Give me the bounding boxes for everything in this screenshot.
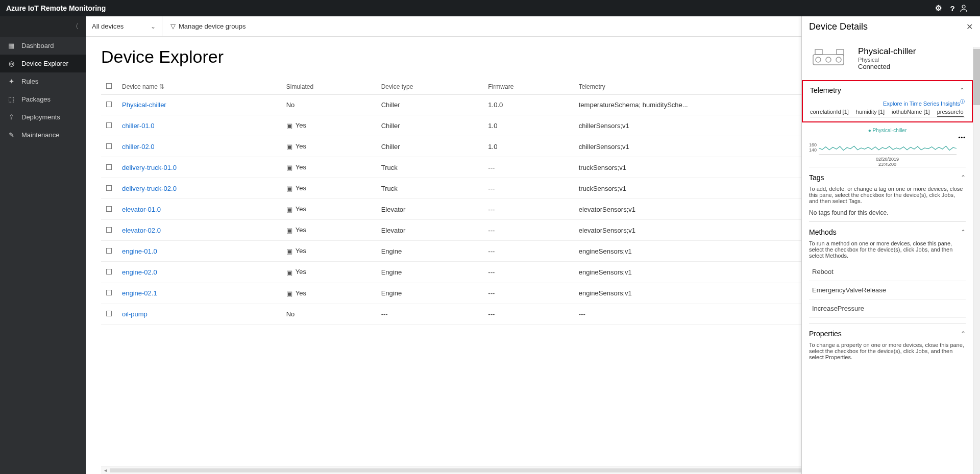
chip-icon: ▣: [286, 164, 292, 171]
simulated-value: Yes: [296, 247, 306, 255]
simulated-value: Yes: [296, 142, 306, 150]
row-checkbox[interactable]: [106, 102, 112, 107]
simulated-value: No: [286, 101, 295, 109]
device-filter-dropdown[interactable]: All devices ⌄: [86, 16, 162, 36]
gear-icon[interactable]: ⚙: [931, 4, 945, 13]
telemetry-heading[interactable]: Telemetry ⌃: [810, 85, 965, 95]
simulated-value: No: [286, 310, 295, 318]
chip-icon: ▣: [286, 247, 292, 255]
properties-heading[interactable]: Properties ⌃: [809, 329, 966, 339]
tab-iothubname[interactable]: iothubName [1]: [892, 109, 930, 115]
device-details-panel: Device Details ✕ Physical-chiller Physic…: [801, 16, 980, 474]
y-tick: 140: [809, 147, 817, 153]
select-all-checkbox[interactable]: [106, 83, 112, 89]
row-checkbox[interactable]: [106, 248, 112, 254]
device-type-value: Engine: [376, 283, 483, 304]
chip-icon: ▣: [286, 206, 292, 213]
properties-help-text: To change a property on one or more devi…: [809, 342, 966, 360]
row-checkbox[interactable]: [106, 227, 112, 233]
sidebar-item-label: Device Explorer: [21, 60, 68, 67]
simulated-value: Yes: [296, 268, 306, 276]
sidebar-item-device-explorer[interactable]: ◎ Device Explorer: [0, 55, 86, 72]
device-name-link[interactable]: chiller-02.0: [122, 143, 155, 151]
deployments-icon: ⇪: [7, 113, 15, 121]
device-type-value: Truck: [376, 157, 483, 178]
device-name-link[interactable]: delivery-truck-02.0: [122, 185, 177, 192]
row-checkbox[interactable]: [106, 185, 112, 191]
tags-empty: No tags found for this device.: [809, 209, 966, 216]
sidebar-item-packages[interactable]: ⬚ Packages: [0, 90, 86, 108]
method-increase-pressure[interactable]: IncreasePressure: [809, 300, 966, 318]
device-filter-label: All devices: [92, 22, 124, 30]
chart-menu-icon[interactable]: •••: [809, 134, 966, 140]
sidebar-item-label: Deployments: [21, 113, 60, 121]
device-type-value: ---: [376, 304, 483, 324]
device-type-value: Chiller: [376, 115, 483, 136]
device-name-link[interactable]: chiller-01.0: [122, 122, 155, 130]
telemetry-chart: ● Physical-chiller ••• 160 140 02/20/201…: [809, 128, 966, 167]
tab-humidity[interactable]: humidity [1]: [856, 109, 885, 115]
svg-point-2: [816, 57, 821, 62]
simulated-value: Yes: [296, 226, 306, 234]
device-name-link[interactable]: oil-pump: [122, 310, 148, 318]
dashboard-icon: ▦: [7, 42, 15, 49]
chart-line: [819, 140, 957, 156]
user-icon[interactable]: [960, 4, 974, 12]
firmware-value: ---: [483, 178, 573, 199]
sidebar-item-rules[interactable]: ✦ Rules: [0, 72, 86, 90]
simulated-value: Yes: [296, 121, 306, 129]
col-simulated[interactable]: Simulated: [281, 79, 376, 95]
row-checkbox[interactable]: [106, 122, 112, 128]
device-name-link[interactable]: engine-01.0: [122, 247, 157, 255]
sidebar-item-maintenance[interactable]: ✎ Maintenance: [0, 126, 86, 144]
device-type-icon: [809, 45, 850, 71]
close-icon[interactable]: ✕: [966, 22, 973, 32]
firmware-value: ---: [483, 241, 573, 262]
row-checkbox[interactable]: [106, 206, 112, 212]
sidebar-collapse-button[interactable]: 〈: [0, 16, 86, 37]
packages-icon: ⬚: [7, 95, 15, 103]
simulated-value: Yes: [296, 289, 306, 297]
tags-heading[interactable]: Tags ⌃: [809, 172, 966, 183]
device-name-link[interactable]: Physical-chiller: [122, 101, 166, 109]
row-checkbox[interactable]: [106, 143, 112, 149]
device-type-value: Chiller: [376, 95, 483, 115]
y-tick: 160: [809, 142, 817, 147]
panel-scrollbar[interactable]: [973, 47, 980, 474]
simulated-value: Yes: [296, 184, 306, 192]
tab-correlationid[interactable]: correlationId [1]: [810, 109, 849, 115]
device-name-link[interactable]: engine-02.1: [122, 289, 157, 297]
methods-heading[interactable]: Methods ⌃: [809, 227, 966, 237]
manage-device-groups-label: Manage device groups: [179, 22, 246, 30]
sort-icon: ⇅: [159, 83, 164, 90]
row-checkbox[interactable]: [106, 164, 112, 170]
manage-device-groups-link[interactable]: ▽ Manage device groups: [162, 16, 254, 36]
x-time: 23:45:00: [809, 162, 966, 167]
device-name: Physical-chiller: [858, 46, 916, 57]
firmware-value: ---: [483, 220, 573, 241]
row-checkbox[interactable]: [106, 311, 112, 316]
panel-title: Device Details: [809, 21, 868, 32]
col-device-name[interactable]: Device name ⇅: [117, 79, 281, 95]
col-device-type[interactable]: Device type: [376, 79, 483, 95]
device-name-link[interactable]: elevator-02.0: [122, 227, 161, 234]
tsi-link[interactable]: Explore in Time Series Insightsⓘ: [810, 98, 965, 107]
tab-pressure[interactable]: pressureIo: [937, 109, 964, 117]
row-checkbox[interactable]: [106, 290, 112, 295]
chart-legend: ● Physical-chiller: [809, 128, 966, 133]
method-reboot[interactable]: Reboot: [809, 263, 966, 281]
device-explorer-icon: ◎: [7, 60, 15, 67]
col-firmware[interactable]: Firmware: [483, 79, 573, 95]
device-name-link[interactable]: elevator-01.0: [122, 206, 161, 213]
device-name-link[interactable]: engine-02.0: [122, 268, 157, 276]
sidebar-item-label: Packages: [21, 95, 51, 103]
sidebar-item-deployments[interactable]: ⇪ Deployments: [0, 108, 86, 126]
method-emergency-valve-release[interactable]: EmergencyValveRelease: [809, 281, 966, 300]
help-icon[interactable]: ?: [945, 4, 960, 13]
sidebar-item-dashboard[interactable]: ▦ Dashboard: [0, 37, 86, 55]
maintenance-icon: ✎: [7, 131, 15, 139]
row-checkbox[interactable]: [106, 269, 112, 275]
scroll-left-icon[interactable]: ◂: [104, 467, 107, 473]
chip-icon: ▣: [286, 227, 292, 234]
device-name-link[interactable]: delivery-truck-01.0: [122, 164, 177, 171]
